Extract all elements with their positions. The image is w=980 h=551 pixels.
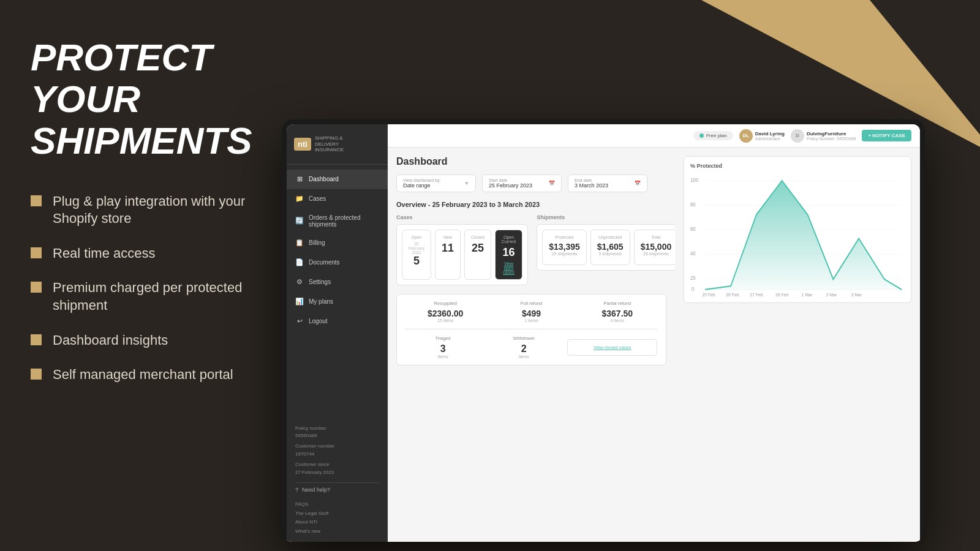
sidebar-item-settings[interactable]: ⚙ Settings <box>287 272 388 292</box>
dashboard-icon: ⊞ <box>295 175 304 184</box>
cases-open-card: Open 25 February 2023 5 <box>402 230 431 280</box>
link-legal[interactable]: The Legal Stuff <box>295 509 379 518</box>
logout-icon: ↩ <box>295 317 304 326</box>
link-about[interactable]: About NTI <box>295 518 379 527</box>
customer-number-value: 1970744 <box>295 451 379 459</box>
user-info: David Lyring Administrator <box>755 131 785 141</box>
logo-box: nti SHIPPING &DELIVERYINSURANCE <box>294 135 380 153</box>
policy-number-value: 54550489 <box>295 432 379 440</box>
divider <box>405 329 657 329</box>
topbar: Free plan DL David Lyring Administrator … <box>388 124 920 148</box>
shipments-section: Shipments Protected $13,395 25 shipments <box>537 214 675 285</box>
logo-nti: nti <box>294 138 311 151</box>
topbar-policy: D DulvingFurniture Policy Number: 545504… <box>791 129 856 143</box>
svg-text:20: 20 <box>690 275 696 282</box>
cases-closed-card: Closed 25 <box>464 230 491 280</box>
cases-cards-row: Open 25 February 2023 5 New 11 <box>402 230 522 280</box>
svg-text:100: 100 <box>690 177 698 184</box>
help-icon: ? <box>295 487 298 493</box>
sidebar-item-logout[interactable]: ↩ Logout <box>287 312 388 331</box>
feature-item-4: Dashboard insights <box>31 332 288 350</box>
settings-icon: ⚙ <box>295 278 304 287</box>
mockup-inner: nti SHIPPING &DELIVERYINSURANCE ⊞ Dashbo… <box>287 124 920 542</box>
sidebar-logo: nti SHIPPING &DELIVERYINSURANCE <box>287 124 388 165</box>
svg-text:3 Mar: 3 Mar <box>851 292 862 296</box>
bullet-icon-3 <box>31 282 42 293</box>
bullet-icon-4 <box>31 334 42 345</box>
svg-text:25 Feb: 25 Feb <box>702 292 715 296</box>
policy-avatar: D <box>791 129 804 143</box>
policy-info: DulvingFurniture Policy Number: 54550489 <box>807 131 856 141</box>
sidebar-item-documents[interactable]: 📄 Documents <box>287 253 388 272</box>
svg-text:27 Feb: 27 Feb <box>750 292 763 296</box>
svg-text:2 Mar: 2 Mar <box>826 292 837 296</box>
left-panel: PROTECT YOUR SHIPMENTS Plug & play integ… <box>0 0 318 551</box>
filter-date-range[interactable]: View dashboard by: Date range ▼ <box>396 174 476 192</box>
shipments-total-card: Total $15,000 28 shipments <box>634 230 675 265</box>
dashboard-right-col: % Protected 100 80 60 40 20 0 <box>675 148 920 542</box>
chart-title: % Protected <box>690 163 905 169</box>
shipments-cards-row: Protected $13,395 25 shipments Unprotect… <box>542 230 675 265</box>
filter-by-container: View dashboard by: Date range <box>403 178 440 189</box>
svg-text:40: 40 <box>690 250 696 257</box>
view-open-cases-link[interactable]: View open cases <box>502 261 516 274</box>
sidebar-item-billing[interactable]: 📋 Billing <box>287 233 388 253</box>
triaged-item: Triaged 3 Items <box>405 335 480 359</box>
customer-since-label: Customer since <box>295 461 379 469</box>
chart-section: % Protected 100 80 60 40 20 0 <box>684 156 911 303</box>
triaged-row: Triaged 3 Items Withdrawn 2 Items View c… <box>405 335 657 359</box>
link-faqs[interactable]: FAQS <box>295 500 379 509</box>
svg-text:1 Mar: 1 Mar <box>802 292 813 296</box>
withdrawn-item: Withdrawn 2 Items <box>486 335 561 359</box>
end-date-container: End date 3 March 2023 <box>575 178 608 189</box>
features-list: Plug & play integration with your Shopif… <box>31 193 288 384</box>
sidebar-help[interactable]: ? Need help? <box>295 482 379 497</box>
bullet-icon-1 <box>31 195 42 206</box>
main-content: Free plan DL David Lyring Administrator … <box>388 124 920 542</box>
free-plan-badge: Free plan <box>693 131 733 140</box>
filter-start-date[interactable]: Start date 25 February 2023 📅 <box>482 174 562 192</box>
notify-case-button[interactable]: + NOTIFY CASE <box>862 130 911 141</box>
bullet-icon-2 <box>31 247 42 258</box>
svg-text:60: 60 <box>690 226 696 233</box>
svg-text:26 Feb: 26 Feb <box>726 292 739 296</box>
sidebar-item-orders[interactable]: 🔄 Orders & protected shipments <box>287 209 388 233</box>
cases-label: Cases <box>396 214 528 220</box>
svg-text:28 Feb: 28 Feb <box>775 292 788 296</box>
topbar-user: DL David Lyring Administrator <box>739 129 785 143</box>
shipments-unprotected-card: Unprotected $1,605 3 shipments <box>590 230 630 265</box>
refunds-grid: Resupplied $2360.00 15 items Full refund… <box>405 301 657 323</box>
feature-item-2: Real time access <box>31 245 288 263</box>
user-avatar: DL <box>739 129 753 143</box>
filter-end-date[interactable]: End date 3 March 2023 📅 <box>568 174 647 192</box>
view-closed-cases-link[interactable]: View closed cases <box>573 345 652 350</box>
hero-title: PROTECT YOUR SHIPMENTS <box>31 37 288 162</box>
policy-number-label: Policy number <box>295 425 379 433</box>
cases-open-current-card: Open Current 16 View open cases <box>495 230 522 280</box>
sidebar-footer: Policy number 54550489 Customer number 1… <box>287 419 388 542</box>
calendar-icon-end: 📅 <box>635 181 641 186</box>
shipments-protected-card: Protected $13,395 25 shipments <box>542 230 587 265</box>
overview-title: Overview - 25 February 2023 to 3 March 2… <box>396 201 666 208</box>
user-name: David Lyring <box>755 131 785 137</box>
link-whats-new[interactable]: What's new <box>295 527 379 536</box>
shipments-label: Shipments <box>537 214 675 220</box>
view-closed-card[interactable]: View closed cases <box>567 339 657 356</box>
sidebar-item-dashboard[interactable]: ⊞ Dashboard <box>287 170 388 189</box>
overview-grid: Cases Open 25 February 2023 5 N <box>396 214 666 285</box>
svg-text:80: 80 <box>690 201 696 208</box>
calendar-icon-start: 📅 <box>549 181 555 186</box>
policy-number: Policy Number: 54550489 <box>807 137 856 141</box>
refund-full: Full refund $499 1 items <box>491 301 571 323</box>
dashboard-title: Dashboard <box>396 156 666 167</box>
bullet-icon-5 <box>31 369 42 380</box>
start-date-container: Start date 25 February 2023 <box>489 178 532 189</box>
sidebar-item-myplans[interactable]: 📊 My plans <box>287 292 388 312</box>
customer-number-label: Customer number <box>295 443 379 451</box>
cases-section: Cases Open 25 February 2023 5 N <box>396 214 528 285</box>
sidebar-meta: Policy number 54550489 Customer number 1… <box>295 425 379 477</box>
feature-item-3: Premium charged per protected shipment <box>31 279 288 314</box>
sidebar-item-cases[interactable]: 📁 Cases <box>287 189 388 209</box>
refund-partial: Partial refund $367.50 4 items <box>578 301 657 323</box>
refunds-section: Resupplied $2360.00 15 items Full refund… <box>396 294 666 365</box>
